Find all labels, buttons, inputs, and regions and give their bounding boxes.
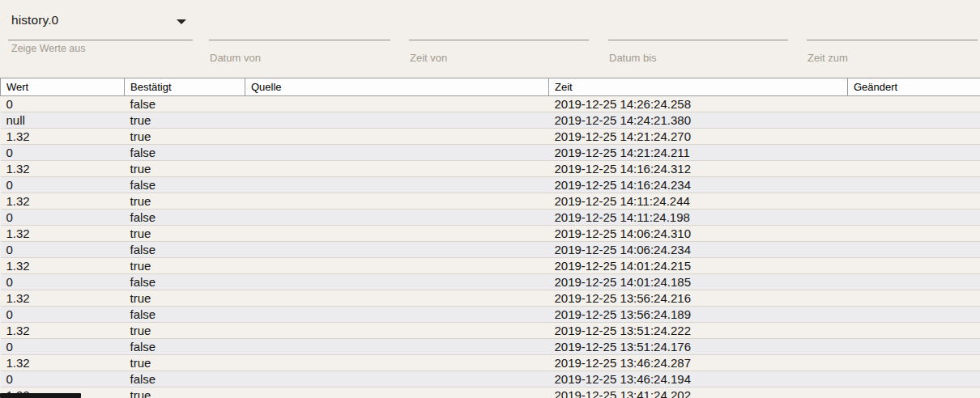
- cell-geaendert: [848, 96, 980, 112]
- cell-wert: 1.32: [1, 129, 125, 145]
- cell-zeit: 2019-12-25 14:11:24.244: [549, 193, 848, 210]
- horizontal-scrollbar-thumb[interactable]: [0, 393, 81, 398]
- table-row: 1.32 true 2019-12-25 14:01:24.215: [1, 258, 980, 274]
- cell-wert: 1.32: [1, 355, 125, 371]
- cell-quelle: [245, 129, 549, 145]
- cell-bestaetigt: false: [125, 145, 245, 161]
- cell-bestaetigt: true: [125, 290, 245, 307]
- cell-zeit: 2019-12-25 14:21:24.270: [549, 129, 848, 145]
- cell-quelle: [245, 371, 549, 387]
- table-row: 1.32 true 2019-12-25 13:41:24.202: [1, 387, 980, 398]
- cell-geaendert: [848, 145, 980, 161]
- cell-quelle: [245, 161, 549, 177]
- date-to-input[interactable]: [608, 0, 788, 40]
- table-row: 0 false 2019-12-25 14:26:24.258: [1, 96, 980, 112]
- column-header-geaendert[interactable]: Geändert: [848, 78, 980, 96]
- cell-geaendert: [848, 112, 980, 129]
- column-header-wert[interactable]: Wert: [1, 78, 125, 96]
- time-to-label: Zeit zum: [807, 52, 848, 64]
- cell-quelle: [245, 290, 549, 307]
- cell-wert: 1.32: [1, 226, 125, 242]
- cell-bestaetigt: false: [125, 371, 245, 387]
- cell-geaendert: [848, 258, 980, 274]
- chevron-down-icon: [177, 19, 186, 24]
- table-row: 0 false 2019-12-25 14:01:24.185: [1, 274, 980, 290]
- cell-wert: null: [1, 112, 125, 129]
- cell-zeit: 2019-12-25 13:51:24.222: [549, 323, 848, 339]
- cell-geaendert: [848, 355, 980, 371]
- cell-quelle: [245, 242, 549, 258]
- cell-zeit: 2019-12-25 14:01:24.185: [549, 274, 848, 290]
- cell-quelle: [245, 193, 549, 210]
- time-from-input[interactable]: [409, 0, 589, 40]
- table-row: null true 2019-12-25 14:24:21.380: [1, 112, 980, 129]
- cell-wert: 1.32: [1, 193, 125, 210]
- cell-geaendert: [848, 242, 980, 258]
- cell-wert: 0: [1, 210, 125, 226]
- table-row: 1.32 true 2019-12-25 14:06:24.310: [1, 226, 980, 242]
- cell-zeit: 2019-12-25 14:24:21.380: [549, 112, 848, 129]
- cell-quelle: [245, 387, 549, 398]
- cell-quelle: [245, 274, 549, 290]
- cell-wert: 1.32: [1, 290, 125, 307]
- date-from-input[interactable]: [209, 0, 390, 40]
- cell-zeit: 2019-12-25 14:16:24.312: [549, 161, 848, 177]
- table-row: 0 false 2019-12-25 13:56:24.189: [1, 307, 980, 323]
- date-from-label: Datum von: [210, 52, 261, 64]
- column-header-zeit[interactable]: Zeit: [549, 78, 848, 96]
- cell-wert: 1.32: [1, 323, 125, 339]
- cell-zeit: 2019-12-25 14:11:24.198: [549, 210, 848, 226]
- cell-geaendert: [848, 193, 980, 210]
- time-to-input[interactable]: [807, 0, 978, 40]
- cell-zeit: 2019-12-25 14:06:24.310: [549, 226, 848, 242]
- cell-bestaetigt: false: [125, 274, 245, 290]
- cell-geaendert: [848, 387, 980, 398]
- cell-bestaetigt: true: [125, 129, 245, 145]
- time-from-field: Zeit von: [409, 0, 589, 78]
- table-row: 0 false 2019-12-25 14:16:24.234: [1, 177, 980, 193]
- time-to-field: Zeit zum: [807, 0, 978, 78]
- date-from-field: Datum von: [209, 0, 390, 78]
- cell-wert: 0: [1, 274, 125, 290]
- cell-geaendert: [848, 177, 980, 193]
- cell-zeit: 2019-12-25 14:21:24.211: [549, 145, 848, 161]
- cell-zeit: 2019-12-25 13:56:24.216: [549, 290, 848, 307]
- adapter-select[interactable]: history.0 Zeige Werte aus: [8, 0, 193, 78]
- cell-zeit: 2019-12-25 13:46:24.194: [549, 371, 848, 387]
- cell-bestaetigt: true: [125, 226, 245, 242]
- history-table: Wert Bestätigt Quelle Zeit Geändert 0 fa…: [0, 78, 980, 398]
- cell-bestaetigt: false: [125, 242, 245, 258]
- adapter-select-label: Zeige Werte aus: [11, 43, 85, 54]
- cell-quelle: [245, 112, 549, 129]
- table-row: 1.32 true 2019-12-25 13:46:24.287: [1, 355, 980, 371]
- table-row: 1.32 true 2019-12-25 14:16:24.312: [1, 161, 980, 177]
- adapter-select-value: history.0: [11, 13, 58, 28]
- table-row: 0 false 2019-12-25 13:46:24.194: [1, 371, 980, 387]
- cell-zeit: 2019-12-25 14:16:24.234: [549, 177, 848, 193]
- cell-geaendert: [848, 226, 980, 242]
- table-body: 0 false 2019-12-25 14:26:24.258 null tru…: [1, 96, 980, 398]
- cell-wert: 0: [1, 307, 125, 323]
- cell-quelle: [245, 323, 549, 339]
- cell-bestaetigt: true: [125, 161, 245, 177]
- time-from-label: Zeit von: [410, 52, 447, 64]
- cell-wert: 0: [1, 177, 125, 193]
- table-header-row: Wert Bestätigt Quelle Zeit Geändert: [1, 78, 980, 96]
- cell-wert: 0: [1, 339, 125, 355]
- cell-bestaetigt: true: [125, 355, 245, 371]
- date-to-field: Datum bis: [608, 0, 788, 78]
- cell-bestaetigt: false: [125, 339, 245, 355]
- cell-geaendert: [848, 339, 980, 355]
- cell-geaendert: [848, 161, 980, 177]
- cell-quelle: [245, 307, 549, 323]
- cell-bestaetigt: true: [125, 112, 245, 129]
- cell-zeit: 2019-12-25 13:56:24.189: [549, 307, 848, 323]
- cell-bestaetigt: false: [125, 210, 245, 226]
- cell-wert: 0: [1, 96, 125, 112]
- cell-zeit: 2019-12-25 14:26:24.258: [549, 96, 848, 112]
- column-header-quelle[interactable]: Quelle: [245, 78, 549, 96]
- cell-zeit: 2019-12-25 14:01:24.215: [549, 258, 848, 274]
- column-header-bestaetigt[interactable]: Bestätigt: [125, 78, 245, 96]
- cell-bestaetigt: true: [125, 387, 245, 398]
- table-row: 1.32 true 2019-12-25 13:56:24.216: [1, 290, 980, 307]
